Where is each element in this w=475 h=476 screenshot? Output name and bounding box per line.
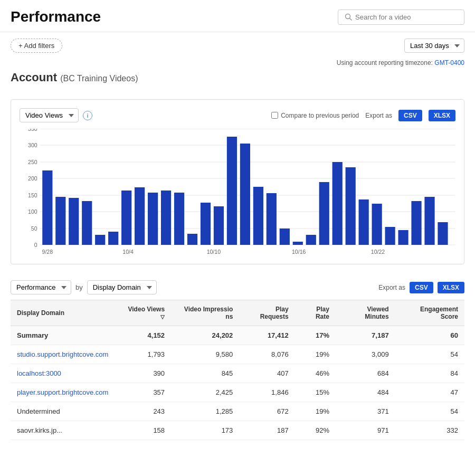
row-views: 357 [115, 383, 171, 402]
page-title: Performance [11, 8, 101, 25]
table-row: Undetermined 243 1,285 672 19% 371 54 [11, 402, 464, 421]
row-play-rate: 19% [295, 402, 336, 421]
svg-rect-22 [95, 235, 105, 245]
row-domain: localhost:3000 [11, 364, 115, 383]
table-row: saovr.kirks.jp... 158 173 187 92% 971 33… [11, 421, 464, 440]
svg-text:0: 0 [34, 242, 37, 248]
summary-play-requests: 17,412 [239, 326, 294, 345]
col-header-play-requests: Play Requests [239, 300, 294, 326]
chart-controls-right: Compare to previous period Export as CSV… [271, 110, 455, 121]
export-label: Export as [365, 112, 392, 119]
chart-card: Video Views i Compare to previous period… [11, 99, 464, 264]
svg-rect-34 [253, 187, 263, 245]
svg-text:200: 200 [28, 175, 37, 182]
svg-rect-32 [227, 137, 237, 245]
table-row: localhost:3000 390 845 407 46% 684 84 [11, 364, 464, 383]
timezone-value[interactable]: GMT-0400 [434, 59, 464, 66]
summary-impressions: 24,202 [171, 326, 239, 345]
row-viewed-minutes: 3,009 [336, 345, 395, 364]
row-engagement: 54 [395, 345, 464, 364]
svg-rect-21 [82, 201, 92, 245]
row-domain: studio.support.brightcove.com [11, 345, 115, 364]
row-play-requests: 407 [239, 364, 294, 383]
svg-rect-39 [319, 182, 329, 245]
row-play-requests: 672 [239, 402, 294, 421]
chart-export-csv-button[interactable]: CSV [398, 110, 422, 121]
chart-area: 0 50 100 150 200 250 300 [20, 129, 455, 255]
table-export-csv-button[interactable]: CSV [410, 282, 433, 293]
timezone-label: Using account reporting timezone: [337, 59, 433, 66]
svg-text:10/4: 10/4 [122, 249, 134, 255]
row-impressions: 173 [171, 421, 239, 440]
col-header-viewed-minutes: Viewed Minutes [336, 300, 395, 326]
svg-rect-23 [108, 232, 118, 245]
svg-rect-40 [332, 162, 343, 245]
compare-checkbox-input[interactable] [271, 112, 278, 119]
svg-rect-24 [121, 191, 131, 245]
svg-rect-42 [359, 199, 369, 245]
svg-rect-33 [240, 144, 250, 245]
chart-export-xlsx-button[interactable]: XLSX [429, 110, 455, 121]
svg-rect-45 [398, 230, 408, 245]
group-by-select[interactable]: Display Domain [87, 280, 157, 294]
svg-text:350: 350 [28, 129, 37, 132]
row-play-requests: 187 [239, 421, 294, 440]
svg-rect-29 [187, 234, 197, 245]
row-viewed-minutes: 971 [336, 421, 395, 440]
metric-select[interactable]: Video Views [20, 108, 79, 122]
row-views: 158 [115, 421, 171, 440]
toolbar: + Add filters Last 30 days Last 7 days L… [0, 32, 475, 59]
row-engagement: 47 [395, 383, 464, 402]
summary-label: Summary [11, 326, 115, 345]
domain-link[interactable]: studio.support.brightcove.com [17, 350, 108, 358]
domain-link[interactable]: localhost:3000 [17, 369, 61, 377]
table-export-xlsx-button[interactable]: XLSX [438, 282, 464, 293]
summary-row: Summary 4,152 24,202 17,412 17% 7,187 60 [11, 326, 464, 345]
col-header-impressions: Video Impressions [171, 300, 239, 326]
row-play-rate: 92% [295, 421, 336, 440]
table-toolbar: Performance by Display Domain Export as … [11, 275, 464, 300]
date-range-select[interactable]: Last 30 days Last 7 days Last 90 days Cu… [404, 39, 464, 53]
table-toolbar-left: Performance by Display Domain [11, 280, 157, 294]
add-filters-button[interactable]: + Add filters [11, 39, 62, 53]
svg-text:100: 100 [28, 208, 37, 215]
svg-rect-43 [372, 204, 382, 245]
svg-text:10/16: 10/16 [292, 249, 306, 255]
table-header-row: Display Domain Video Views ▽ Video Impre… [11, 300, 464, 326]
svg-rect-41 [346, 167, 356, 245]
svg-rect-48 [438, 222, 448, 245]
svg-rect-37 [293, 242, 303, 245]
timezone-bar: Using account reporting timezone: GMT-04… [0, 59, 475, 71]
header: Performance [0, 0, 475, 32]
svg-rect-36 [280, 229, 290, 245]
account-section: Account (BC Training Videos) [0, 71, 475, 99]
chart-controls-left: Video Views i [20, 108, 92, 122]
summary-viewed-minutes: 7,187 [336, 326, 395, 345]
row-play-rate: 19% [295, 345, 336, 364]
chart-controls: Video Views i Compare to previous period… [20, 108, 455, 122]
row-engagement: 84 [395, 364, 464, 383]
svg-rect-30 [201, 203, 211, 245]
svg-rect-46 [411, 201, 421, 245]
svg-rect-38 [306, 235, 316, 245]
row-viewed-minutes: 484 [336, 383, 395, 402]
row-impressions: 1,285 [171, 402, 239, 421]
info-icon[interactable]: i [83, 111, 92, 120]
row-impressions: 845 [171, 364, 239, 383]
account-title: Account (BC Training Videos) [11, 71, 464, 84]
compare-checkbox[interactable]: Compare to previous period [271, 112, 359, 119]
svg-text:150: 150 [28, 192, 37, 198]
svg-rect-20 [69, 198, 79, 245]
chart-svg: 0 50 100 150 200 250 300 [20, 129, 455, 255]
svg-rect-18 [42, 170, 52, 245]
col-header-views[interactable]: Video Views ▽ [115, 300, 171, 326]
table-section: Performance by Display Domain Export as … [11, 275, 464, 440]
table-row: player.support.brightcove.com 357 2,425 … [11, 383, 464, 402]
row-domain: Undetermined [11, 402, 115, 421]
search-input[interactable] [355, 13, 458, 21]
by-label: by [75, 283, 83, 291]
performance-select[interactable]: Performance [11, 280, 71, 294]
search-box[interactable] [338, 9, 464, 25]
row-play-rate: 15% [295, 383, 336, 402]
domain-link[interactable]: player.support.brightcove.com [17, 388, 108, 396]
